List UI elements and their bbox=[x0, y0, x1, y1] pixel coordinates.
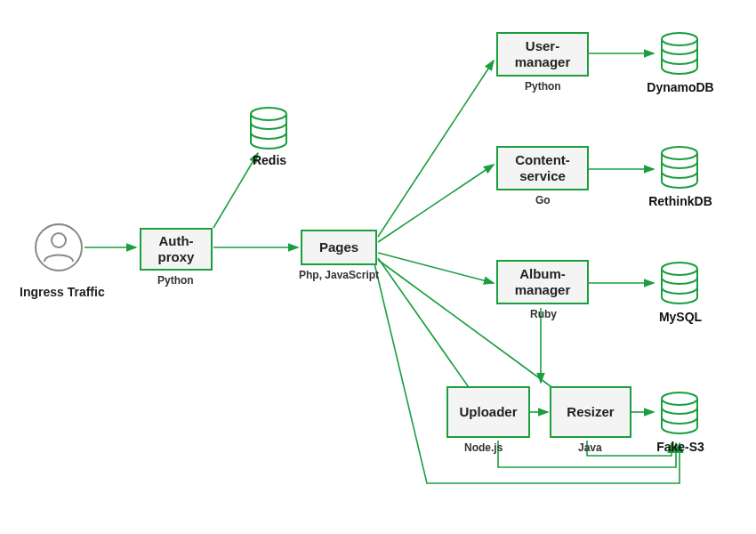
db-label-fake-s3: Fake-S3 bbox=[631, 440, 729, 454]
tech-label-content-service: Go bbox=[535, 194, 551, 206]
svg-line-4 bbox=[378, 165, 494, 242]
node-content-service: Content- service bbox=[496, 146, 589, 190]
svg-point-15 bbox=[52, 233, 66, 247]
database-icon-fake-s3 bbox=[656, 390, 703, 436]
tech-label-uploader: Node.js bbox=[464, 441, 503, 454]
svg-line-3 bbox=[378, 61, 494, 237]
ingress-label: Ingress Traffic bbox=[20, 285, 105, 299]
svg-point-16 bbox=[251, 108, 286, 120]
node-resizer: Resizer bbox=[550, 386, 631, 438]
db-label-mysql: MySQL bbox=[631, 310, 729, 324]
svg-point-19 bbox=[662, 263, 697, 275]
db-label-redis: Redis bbox=[221, 153, 318, 167]
tech-label-resizer: Java bbox=[578, 441, 602, 454]
svg-point-17 bbox=[662, 33, 697, 45]
tech-label-album-manager: Ruby bbox=[530, 308, 557, 320]
node-pages: Pages bbox=[301, 230, 377, 265]
tech-label-pages: Php, JavaScript bbox=[299, 269, 379, 281]
user-icon bbox=[34, 222, 84, 272]
svg-point-18 bbox=[662, 147, 697, 159]
tech-label-auth-proxy: Python bbox=[157, 274, 194, 287]
node-user-manager: User- manager bbox=[496, 32, 589, 77]
svg-line-6 bbox=[378, 258, 477, 399]
database-icon-dynamodb bbox=[656, 30, 703, 77]
db-label-rethinkdb: RethinkDB bbox=[631, 194, 729, 208]
node-uploader: Uploader bbox=[446, 386, 530, 438]
database-icon-rethinkdb bbox=[656, 144, 703, 190]
svg-line-5 bbox=[378, 253, 494, 283]
database-icon-mysql bbox=[656, 260, 703, 306]
db-label-dynamodb: DynamoDB bbox=[631, 80, 729, 94]
node-album-manager: Album- manager bbox=[496, 260, 589, 304]
tech-label-user-manager: Python bbox=[525, 80, 561, 93]
svg-point-20 bbox=[662, 392, 697, 405]
database-icon-redis bbox=[245, 105, 292, 151]
node-auth-proxy: Auth- proxy bbox=[140, 228, 213, 271]
